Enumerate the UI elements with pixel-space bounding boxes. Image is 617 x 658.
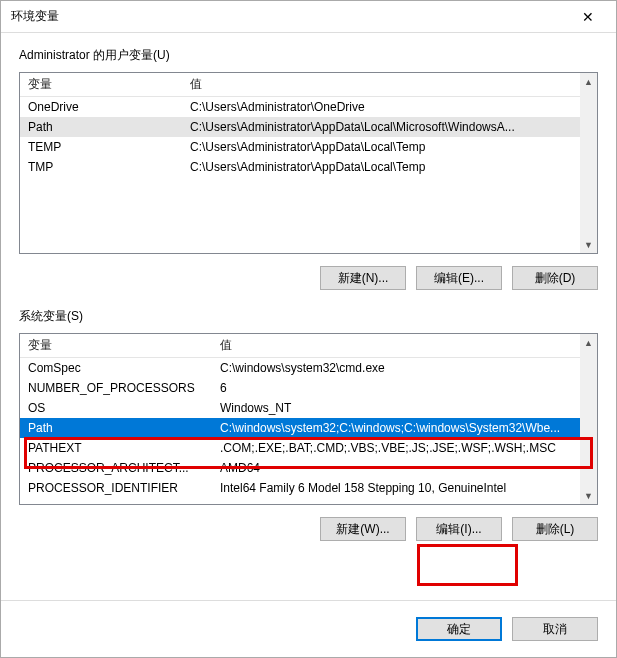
- col-header-name[interactable]: 变量: [20, 76, 182, 93]
- scroll-up-icon[interactable]: ▲: [580, 73, 597, 90]
- cell-var-value: C:\Users\Administrator\AppData\Local\Mic…: [182, 120, 580, 134]
- scrollbar[interactable]: ▲ ▼: [580, 334, 597, 504]
- cell-var-name: NUMBER_OF_PROCESSORS: [20, 381, 212, 395]
- col-header-name[interactable]: 变量: [20, 337, 212, 354]
- table-row[interactable]: PROCESSOR_IDENTIFIERIntel64 Family 6 Mod…: [20, 478, 597, 498]
- sys-new-button[interactable]: 新建(W)...: [320, 517, 406, 541]
- cell-var-name: ComSpec: [20, 361, 212, 375]
- ok-button[interactable]: 确定: [416, 617, 502, 641]
- sys-edit-button[interactable]: 编辑(I)...: [416, 517, 502, 541]
- col-header-value[interactable]: 值: [182, 76, 597, 93]
- sys-buttons: 新建(W)... 编辑(I)... 删除(L): [19, 517, 598, 541]
- cell-var-value: Intel64 Family 6 Model 158 Stepping 10, …: [212, 481, 580, 495]
- scroll-down-icon[interactable]: ▼: [580, 236, 597, 253]
- cell-var-value: AMD64: [212, 461, 580, 475]
- table-row[interactable]: TMPC:\Users\Administrator\AppData\Local\…: [20, 157, 597, 177]
- sys-delete-button[interactable]: 删除(L): [512, 517, 598, 541]
- user-list-header: 变量 值: [20, 73, 597, 97]
- cell-var-name: Path: [20, 421, 212, 435]
- cell-var-name: Path: [20, 120, 182, 134]
- close-icon[interactable]: ✕: [568, 3, 608, 31]
- table-row[interactable]: PROCESSOR_ARCHITECT...AMD64: [20, 458, 597, 478]
- user-buttons: 新建(N)... 编辑(E)... 删除(D): [19, 266, 598, 290]
- col-header-value[interactable]: 值: [212, 337, 597, 354]
- cell-var-name: OS: [20, 401, 212, 415]
- cancel-button[interactable]: 取消: [512, 617, 598, 641]
- window-title: 环境变量: [11, 8, 568, 25]
- user-vars-label: Administrator 的用户变量(U): [19, 47, 598, 64]
- cell-var-name: TMP: [20, 160, 182, 174]
- cell-var-value: Windows_NT: [212, 401, 580, 415]
- user-vars-list[interactable]: 变量 值 OneDriveC:\Users\Administrator\OneD…: [19, 72, 598, 254]
- cell-var-name: TEMP: [20, 140, 182, 154]
- table-row[interactable]: ComSpecC:\windows\system32\cmd.exe: [20, 358, 597, 378]
- sys-vars-list[interactable]: 变量 值 ComSpecC:\windows\system32\cmd.exeN…: [19, 333, 598, 505]
- sys-list-header: 变量 值: [20, 334, 597, 358]
- user-edit-button[interactable]: 编辑(E)...: [416, 266, 502, 290]
- scrollbar[interactable]: ▲ ▼: [580, 73, 597, 253]
- scroll-track[interactable]: [580, 90, 597, 236]
- cell-var-value: 6: [212, 381, 580, 395]
- titlebar: 环境变量 ✕: [1, 1, 616, 33]
- cell-var-value: C:\windows\system32;C:\windows;C:\window…: [212, 421, 580, 435]
- cell-var-value: C:\Users\Administrator\AppData\Local\Tem…: [182, 140, 580, 154]
- cell-var-name: OneDrive: [20, 100, 182, 114]
- dialog-content: Administrator 的用户变量(U) 变量 值 OneDriveC:\U…: [1, 33, 616, 600]
- table-row[interactable]: OneDriveC:\Users\Administrator\OneDrive: [20, 97, 597, 117]
- scroll-track[interactable]: [580, 351, 597, 487]
- dialog-footer: 确定 取消: [1, 600, 616, 657]
- user-delete-button[interactable]: 删除(D): [512, 266, 598, 290]
- sys-vars-label: 系统变量(S): [19, 308, 598, 325]
- table-row[interactable]: PathC:\windows\system32;C:\windows;C:\wi…: [20, 418, 597, 438]
- table-row[interactable]: TEMPC:\Users\Administrator\AppData\Local…: [20, 137, 597, 157]
- scroll-up-icon[interactable]: ▲: [580, 334, 597, 351]
- env-vars-dialog: 环境变量 ✕ Administrator 的用户变量(U) 变量 值 OneDr…: [0, 0, 617, 658]
- user-new-button[interactable]: 新建(N)...: [320, 266, 406, 290]
- table-row[interactable]: PATHEXT.COM;.EXE;.BAT;.CMD;.VBS;.VBE;.JS…: [20, 438, 597, 458]
- table-row[interactable]: PathC:\Users\Administrator\AppData\Local…: [20, 117, 597, 137]
- scroll-down-icon[interactable]: ▼: [580, 487, 597, 504]
- table-row[interactable]: NUMBER_OF_PROCESSORS6: [20, 378, 597, 398]
- cell-var-value: C:\windows\system32\cmd.exe: [212, 361, 580, 375]
- cell-var-name: PROCESSOR_ARCHITECT...: [20, 461, 212, 475]
- cell-var-value: .COM;.EXE;.BAT;.CMD;.VBS;.VBE;.JS;.JSE;.…: [212, 441, 580, 455]
- table-row[interactable]: OSWindows_NT: [20, 398, 597, 418]
- cell-var-name: PROCESSOR_IDENTIFIER: [20, 481, 212, 495]
- cell-var-value: C:\Users\Administrator\AppData\Local\Tem…: [182, 160, 580, 174]
- cell-var-name: PATHEXT: [20, 441, 212, 455]
- cell-var-value: C:\Users\Administrator\OneDrive: [182, 100, 580, 114]
